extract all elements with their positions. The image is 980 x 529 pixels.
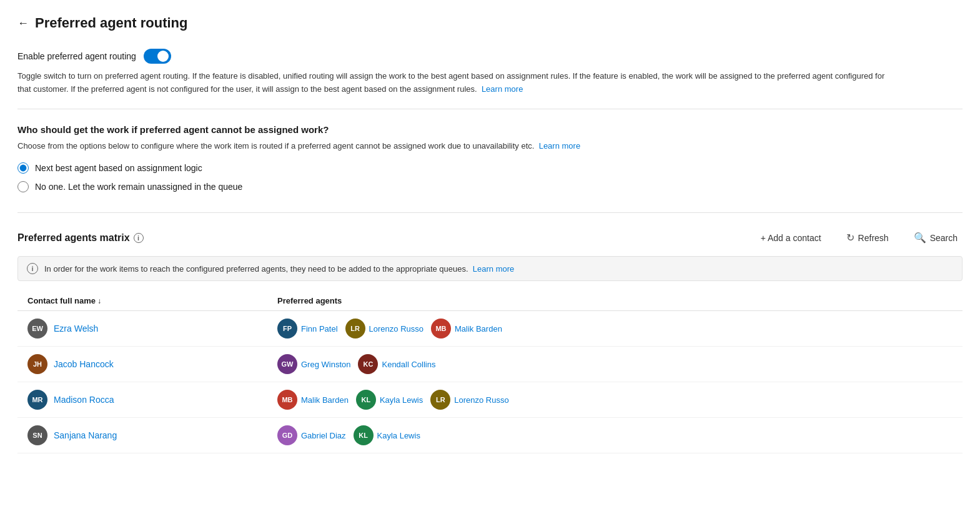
agent-avatar: FP xyxy=(277,319,297,339)
agent-avatar: KC xyxy=(358,354,378,374)
col-header-agents: Preferred agents xyxy=(277,296,953,305)
routing-title: Who should get the work if preferred age… xyxy=(17,124,963,135)
agent-chip[interactable]: KLKayla Lewis xyxy=(356,390,423,410)
notice-icon: i xyxy=(27,263,38,274)
toggle-description: Toggle switch to turn on preferred agent… xyxy=(17,70,892,96)
sort-icon: ↓ xyxy=(97,297,101,305)
table-header: Contact full name ↓ Preferred agents xyxy=(17,291,963,311)
matrix-header: Preferred agents matrix i + Add a contac… xyxy=(17,228,963,247)
page-title: Preferred agent routing xyxy=(35,15,187,31)
agent-chip[interactable]: LRLorenzo Russo xyxy=(345,319,423,339)
routing-section: Who should get the work if preferred age… xyxy=(17,124,963,214)
search-icon: 🔍 xyxy=(914,232,926,244)
contact-avatar: SN xyxy=(27,425,47,445)
enable-toggle[interactable] xyxy=(144,49,171,64)
agent-name: Greg Winston xyxy=(301,360,350,369)
agent-chip[interactable]: GDGabriel Diaz xyxy=(277,425,346,445)
agent-avatar: LR xyxy=(430,390,450,410)
radio-input-1[interactable] xyxy=(17,162,29,174)
agent-name: Kayla Lewis xyxy=(380,395,423,405)
notice-learn-more[interactable]: Learn more xyxy=(473,264,514,274)
agent-chip[interactable]: MBMalik Barden xyxy=(277,390,349,410)
table-row: JHJacob HancockGWGreg WinstonKCKendall C… xyxy=(17,347,963,382)
agent-name: Kendall Collins xyxy=(382,360,435,369)
agent-name: Gabriel Diaz xyxy=(301,431,346,440)
notice-bar: i In order for the work items to reach t… xyxy=(17,256,963,281)
toggle-slider[interactable] xyxy=(144,49,171,64)
agent-chip[interactable]: KLKayla Lewis xyxy=(354,425,420,445)
back-button[interactable]: ← xyxy=(17,17,29,30)
table-body: EWEzra WelshFPFinn PatelLRLorenzo RussoM… xyxy=(17,311,963,453)
agents-cell: MBMalik BardenKLKayla LewisLRLorenzo Rus… xyxy=(277,390,953,410)
agent-chip[interactable]: LRLorenzo Russo xyxy=(430,390,508,410)
matrix-info-icon[interactable]: i xyxy=(134,233,144,243)
enable-label: Enable preferred agent routing xyxy=(17,51,136,61)
refresh-icon: ↻ xyxy=(846,232,854,244)
radio-group: Next best agent based on assignment logi… xyxy=(17,162,963,192)
agent-chip[interactable]: GWGreg Winston xyxy=(277,354,350,374)
radio-label-1: Next best agent based on assignment logi… xyxy=(35,163,202,173)
matrix-title-row: Preferred agents matrix i xyxy=(17,232,144,244)
contact-avatar: JH xyxy=(27,354,47,374)
search-button[interactable]: 🔍 Search xyxy=(909,228,963,247)
enable-row: Enable preferred agent routing xyxy=(17,49,963,64)
contact-name[interactable]: Jacob Hancock xyxy=(54,359,114,369)
contact-name[interactable]: Madison Rocca xyxy=(54,395,114,405)
agent-name: Malik Barden xyxy=(455,324,502,334)
table-row: MRMadison RoccaMBMalik BardenKLKayla Lew… xyxy=(17,382,963,418)
contact-cell: SNSanjana Narang xyxy=(27,425,277,445)
refresh-label: Refresh xyxy=(858,233,889,243)
contact-cell: JHJacob Hancock xyxy=(27,354,277,374)
contact-avatar: MR xyxy=(27,390,47,410)
routing-learn-more[interactable]: Learn more xyxy=(539,141,580,151)
page-header: ← Preferred agent routing xyxy=(17,15,963,31)
agent-chip[interactable]: MBMalik Barden xyxy=(431,319,502,339)
agent-avatar: GD xyxy=(277,425,297,445)
agent-chip[interactable]: FPFinn Patel xyxy=(277,319,338,339)
radio-option-1[interactable]: Next best agent based on assignment logi… xyxy=(17,162,963,174)
agent-avatar: KL xyxy=(354,425,374,445)
table-row: SNSanjana NarangGDGabriel DiazKLKayla Le… xyxy=(17,418,963,453)
contact-name[interactable]: Sanjana Narang xyxy=(54,430,117,440)
agent-avatar: LR xyxy=(345,319,365,339)
matrix-title: Preferred agents matrix xyxy=(17,232,130,244)
notice-text: In order for the work items to reach the… xyxy=(44,264,514,274)
contact-avatar: EW xyxy=(27,319,47,339)
agents-cell: GDGabriel DiazKLKayla Lewis xyxy=(277,425,953,445)
agent-avatar: MB xyxy=(431,319,451,339)
contact-cell: MRMadison Rocca xyxy=(27,390,277,410)
radio-label-2: No one. Let the work remain unassigned i… xyxy=(35,182,242,192)
toggle-section: Enable preferred agent routing Toggle sw… xyxy=(17,49,963,109)
col-header-contact: Contact full name ↓ xyxy=(27,296,277,305)
routing-description: Choose from the options below to configu… xyxy=(17,140,892,153)
agent-name: Lorenzo Russo xyxy=(454,395,508,405)
agent-avatar: MB xyxy=(277,390,297,410)
agent-name: Finn Patel xyxy=(301,324,338,334)
radio-option-2[interactable]: No one. Let the work remain unassigned i… xyxy=(17,181,963,192)
agent-name: Kayla Lewis xyxy=(377,431,420,440)
toggle-learn-more[interactable]: Learn more xyxy=(482,84,523,94)
search-label: Search xyxy=(930,233,958,243)
agent-avatar: GW xyxy=(277,354,297,374)
agents-cell: GWGreg WinstonKCKendall Collins xyxy=(277,354,953,374)
add-contact-button[interactable]: + Add a contact xyxy=(752,229,826,247)
refresh-button[interactable]: ↻ Refresh xyxy=(841,228,894,247)
agent-name: Lorenzo Russo xyxy=(369,324,423,334)
radio-input-2[interactable] xyxy=(17,181,29,192)
matrix-actions: + Add a contact ↻ Refresh 🔍 Search xyxy=(752,228,963,247)
agent-avatar: KL xyxy=(356,390,376,410)
add-contact-label: + Add a contact xyxy=(761,233,821,243)
agent-chip[interactable]: KCKendall Collins xyxy=(358,354,435,374)
matrix-section: Preferred agents matrix i + Add a contac… xyxy=(17,228,963,453)
contact-cell: EWEzra Welsh xyxy=(27,319,277,339)
table-row: EWEzra WelshFPFinn PatelLRLorenzo RussoM… xyxy=(17,311,963,347)
agent-name: Malik Barden xyxy=(301,395,349,405)
page-container: ← Preferred agent routing Enable preferr… xyxy=(0,0,980,529)
agents-cell: FPFinn PatelLRLorenzo RussoMBMalik Barde… xyxy=(277,319,953,339)
contact-name[interactable]: Ezra Welsh xyxy=(54,324,98,334)
